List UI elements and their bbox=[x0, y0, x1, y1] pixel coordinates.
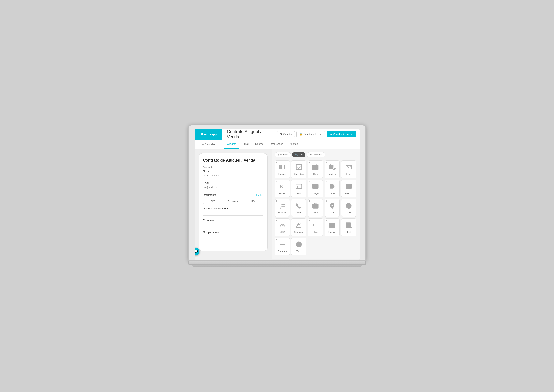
excluir-button[interactable]: Excluir bbox=[256, 194, 263, 196]
svg-rect-26 bbox=[313, 184, 318, 189]
widget-icon-email bbox=[345, 164, 352, 172]
widget-info-checkbox[interactable]: ℹ bbox=[293, 161, 293, 164]
documento-options: CPF Passaporte RG bbox=[203, 199, 263, 204]
widget-info-subform[interactable]: ℹ bbox=[326, 219, 327, 222]
save-close-button[interactable]: 🔒 Guardar & Fechar bbox=[296, 131, 325, 137]
widget-info-lookup[interactable]: ℹ bbox=[343, 181, 343, 183]
tab-integracoes[interactable]: Integrações bbox=[267, 140, 286, 149]
widget-info-date[interactable]: ℹ bbox=[309, 161, 310, 164]
widget-info-time[interactable]: ℹ bbox=[293, 239, 293, 241]
star-icon: ★ bbox=[310, 153, 312, 156]
widget-icon-image bbox=[312, 183, 319, 191]
svg-rect-28 bbox=[346, 184, 352, 189]
widget-info-email[interactable]: ℹ bbox=[343, 161, 343, 164]
save-close-label: Guardar & Fechar bbox=[303, 133, 322, 136]
tab-regras[interactable]: Regras bbox=[252, 140, 267, 149]
widget-info-number[interactable]: ℹ bbox=[276, 200, 277, 202]
widget-label-email: Email bbox=[346, 173, 352, 175]
widget-icon-html: 5 bbox=[295, 183, 302, 191]
widget-email[interactable]: ℹ Email bbox=[341, 161, 356, 178]
widget-icon-radio bbox=[345, 202, 352, 210]
widget-info-text[interactable]: ℹ bbox=[343, 219, 343, 222]
tab-email[interactable]: Email bbox=[239, 140, 252, 149]
main-content: Contrato de Aluguel / Venda Arrendador N… bbox=[195, 149, 360, 259]
widget-subform[interactable]: ℹ Subform bbox=[325, 218, 340, 236]
widget-text[interactable]: ℹ Text bbox=[341, 218, 356, 236]
widget-label[interactable]: ℹ Label bbox=[325, 180, 340, 197]
widget-html[interactable]: ℹ 5 Html bbox=[291, 180, 306, 197]
svg-rect-1 bbox=[280, 165, 281, 169]
field-nome-input[interactable] bbox=[203, 174, 263, 178]
doc-passaporte[interactable]: Passaporte bbox=[223, 199, 243, 204]
svg-text:B: B bbox=[279, 184, 283, 189]
svg-rect-6 bbox=[284, 165, 285, 169]
widget-info-textarea[interactable]: ℹ bbox=[276, 239, 277, 241]
widget-info-phone[interactable]: ℹ bbox=[293, 200, 293, 202]
widget-time[interactable]: ℹ Time bbox=[291, 238, 306, 255]
chat-icon[interactable]: 💬 bbox=[195, 248, 199, 255]
widget-info-pin[interactable]: ℹ bbox=[326, 200, 327, 202]
complemento-input[interactable] bbox=[203, 234, 263, 239]
widget-info-barcode[interactable]: ℹ bbox=[276, 161, 277, 164]
widget-info-image[interactable]: ℹ bbox=[309, 181, 310, 183]
filter-padrao[interactable]: ⊞ Padrão bbox=[275, 152, 291, 157]
widget-label-number: Number bbox=[278, 211, 286, 214]
widgets-filter: ⊞ Padrão 🔧 Pro ★ Favoritos bbox=[275, 152, 356, 157]
widget-icon-signature bbox=[295, 222, 302, 230]
widgets-panel: ⊞ Padrão 🔧 Pro ★ Favoritos bbox=[272, 149, 360, 259]
save-publish-button[interactable]: ☁ Guardar & Publicar bbox=[327, 131, 356, 137]
widget-info-signature[interactable]: ℹ bbox=[293, 219, 293, 222]
filter-padrao-label: Padrão bbox=[280, 153, 288, 156]
widget-label-rdw: RDW bbox=[280, 231, 285, 233]
brand-area: ❋ moreapp bbox=[195, 129, 222, 140]
widget-rdw[interactable]: ℹ RDW bbox=[275, 218, 290, 236]
widget-phone[interactable]: ℹ Phone bbox=[291, 199, 306, 217]
endereco-input[interactable] bbox=[203, 223, 263, 227]
widget-date[interactable]: ℹ Date bbox=[308, 161, 323, 178]
nav-bar: ← Cancelar Widgets Email Regras Integraç… bbox=[195, 140, 360, 149]
widget-info-photo[interactable]: ℹ bbox=[309, 200, 310, 202]
widget-lookup[interactable]: ℹ Lookup bbox=[341, 180, 356, 197]
widget-checkbox[interactable]: ℹ Checkbox bbox=[291, 161, 306, 178]
numero-doc-input[interactable] bbox=[203, 211, 263, 216]
widget-info-rdw[interactable]: ℹ bbox=[276, 219, 277, 222]
cancel-button[interactable]: ← Cancelar bbox=[195, 140, 222, 149]
widget-info-datetime[interactable]: ℹ bbox=[326, 161, 327, 164]
doc-cpf[interactable]: CPF bbox=[203, 199, 223, 204]
documento-label: Documento bbox=[203, 193, 216, 196]
tab-widgets[interactable]: Widgets bbox=[224, 140, 239, 149]
widget-textarea[interactable]: ℹ Text Area bbox=[275, 238, 290, 255]
widget-icon-pin bbox=[329, 202, 336, 210]
widget-info-header[interactable]: ℹ bbox=[276, 181, 277, 183]
widget-slider[interactable]: ℹ Slider bbox=[308, 218, 323, 236]
brand-icon: ❋ bbox=[200, 132, 203, 136]
filter-favoritos[interactable]: ★ Favoritos bbox=[307, 152, 325, 157]
widget-barcode[interactable]: ℹ Barcode bbox=[275, 161, 290, 178]
laptop-bottom bbox=[192, 265, 362, 267]
tab-ajustes[interactable]: Ajustes bbox=[286, 140, 301, 149]
filter-pro[interactable]: 🔧 Pro bbox=[292, 152, 305, 157]
widget-info-html[interactable]: ℹ bbox=[293, 181, 293, 183]
widget-label-barcode: Barcode bbox=[278, 173, 286, 175]
nav-chevron-icon[interactable]: ‹ bbox=[301, 143, 305, 146]
widget-info-radio[interactable]: ℹ bbox=[343, 200, 343, 202]
widget-info-slider[interactable]: ℹ bbox=[309, 219, 310, 222]
widget-datetime[interactable]: ℹ Datetime bbox=[325, 161, 340, 178]
widget-signature[interactable]: ℹ Signature bbox=[291, 218, 306, 236]
widget-info-label[interactable]: ℹ bbox=[326, 181, 327, 183]
widget-image[interactable]: ℹ Image bbox=[308, 180, 323, 197]
widget-pin[interactable]: ℹ Pin bbox=[325, 199, 340, 217]
field-email-input[interactable] bbox=[203, 185, 263, 190]
field-endereco: Endereço bbox=[203, 219, 263, 227]
svg-point-38 bbox=[348, 205, 350, 207]
widget-radio[interactable]: ℹ Radio bbox=[341, 199, 356, 217]
widget-icon-photo bbox=[312, 202, 319, 210]
save-button[interactable]: 🖫 Guardar bbox=[277, 131, 295, 137]
widget-photo[interactable]: ℹ Photo bbox=[308, 199, 323, 217]
doc-rg[interactable]: RG bbox=[243, 199, 263, 204]
widget-header[interactable]: ℹ B Header bbox=[275, 180, 290, 197]
svg-rect-2 bbox=[281, 165, 282, 169]
save-label: Guardar bbox=[283, 133, 292, 136]
svg-rect-4 bbox=[283, 165, 283, 169]
widget-number[interactable]: ℹ 123 Number bbox=[275, 199, 290, 217]
